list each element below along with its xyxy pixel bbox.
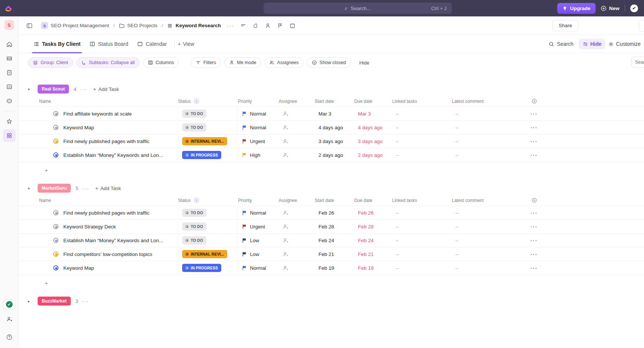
task-start-date[interactable]: Feb 28 (315, 224, 354, 230)
tab-tasks-by-client[interactable]: Tasks By Client (29, 35, 85, 53)
app-status-button[interactable]: ✔ (3, 300, 16, 309)
column-header-start-date[interactable]: Start date (315, 99, 354, 104)
task-comment[interactable]: – (452, 125, 526, 130)
task-linked[interactable]: – (392, 238, 452, 243)
task-status-ring-icon[interactable] (53, 152, 58, 158)
group-add-task-inline[interactable]: +Add Task (95, 186, 121, 191)
assignee-cell[interactable] (279, 224, 315, 230)
task-start-date[interactable]: Feb 26 (315, 210, 354, 216)
help-button[interactable] (3, 331, 16, 344)
hide-button[interactable]: Hide (579, 39, 605, 49)
task-row-menu[interactable]: ··· (526, 210, 542, 216)
task-status-ring-icon[interactable] (53, 238, 58, 243)
assignee-cell[interactable] (279, 152, 315, 158)
task-name[interactable]: Find affiliate keywords at scale (63, 111, 132, 117)
column-header-latest-comment[interactable]: Latest comment (452, 198, 526, 203)
assignee-cell[interactable] (279, 111, 315, 117)
breadcrumb-list[interactable]: Keyword Research (167, 23, 221, 29)
task-comment[interactable]: – (452, 224, 526, 230)
task-row[interactable]: Keyword Map IN PROGRESS Normal Feb 19 Fe… (19, 261, 644, 275)
task-row-menu[interactable]: ··· (526, 111, 542, 117)
column-header-priority[interactable]: Priority (238, 99, 279, 104)
automation-icon[interactable] (253, 23, 258, 29)
task-row[interactable]: Keyword Strategy Deck TO DO Urgent Feb 2… (19, 220, 644, 234)
description-icon[interactable] (240, 23, 246, 29)
assignee-icon[interactable] (265, 23, 271, 29)
group-add-task-inline[interactable]: +Add Task (93, 86, 119, 92)
task-due-date[interactable]: Feb 24 (354, 238, 392, 243)
sidebar-item-spaces[interactable] (3, 129, 16, 142)
workspace-avatar[interactable]: S (4, 20, 14, 30)
task-linked[interactable]: – (392, 210, 452, 216)
task-due-date[interactable]: Feb 21 (354, 251, 392, 257)
group-collapse-toggle[interactable]: ▾ (28, 87, 34, 91)
assignee-cell[interactable] (279, 251, 315, 257)
task-row-menu[interactable]: ··· (526, 139, 542, 144)
column-header-due-date[interactable]: Due date (354, 99, 392, 104)
task-linked[interactable]: – (392, 152, 452, 158)
status-pill[interactable]: IN PROGRESS (182, 264, 221, 272)
group-badge[interactable]: Real Scout (38, 85, 69, 94)
task-linked[interactable]: – (392, 251, 452, 257)
show-closed-button[interactable]: Show closed (307, 57, 351, 68)
task-row-menu[interactable]: ··· (526, 238, 542, 243)
status-pill[interactable]: TO DO (182, 209, 206, 217)
new-button[interactable]: New (601, 6, 619, 11)
view-search-button[interactable]: Search (549, 41, 573, 47)
task-start-date[interactable]: Feb 19 (315, 265, 354, 271)
sidebar-item-home[interactable] (3, 38, 16, 51)
clipped-button[interactable] (639, 20, 644, 32)
customize-button[interactable]: Customize (608, 41, 644, 47)
breadcrumb-folder[interactable]: SEO Projects (119, 23, 158, 29)
task-due-date[interactable]: 2 days ago (354, 152, 392, 158)
task-linked[interactable]: – (392, 125, 452, 130)
task-row[interactable]: Establish Main “Money” Keywords and Lon.… (19, 234, 644, 247)
me-mode-button[interactable]: Me mode (224, 57, 261, 68)
task-row-menu[interactable]: ··· (526, 265, 542, 271)
column-header-latest-comment[interactable]: Latest comment (452, 99, 526, 104)
column-header-linked-tasks[interactable]: Linked tasks (392, 198, 452, 203)
group-menu[interactable]: ··· (82, 186, 89, 191)
task-name[interactable]: Find newly published pages with traffic (63, 139, 149, 144)
assignee-cell[interactable] (279, 124, 315, 131)
add-task-row[interactable]: + (19, 162, 644, 178)
task-due-date[interactable]: 4 days ago (354, 125, 392, 130)
column-header-assignee[interactable]: Assignee (279, 99, 315, 104)
group-menu[interactable]: ··· (80, 86, 87, 92)
toolbar-hide-button[interactable]: Hide (359, 60, 369, 66)
task-comment[interactable]: – (452, 139, 526, 144)
priority-cell[interactable]: Normal (238, 210, 279, 216)
status-pill[interactable]: INTERNAL REVI... (182, 250, 227, 258)
task-row[interactable]: Find affiliate keywords at scale TO DO N… (19, 107, 644, 121)
task-name[interactable]: Find competitors’ low-competition topics (63, 251, 152, 257)
status-pill[interactable]: TO DO (182, 236, 206, 244)
task-due-date[interactable]: Feb 26 (354, 210, 392, 216)
add-column-button[interactable] (526, 98, 542, 104)
status-pill[interactable]: TO DO (182, 123, 206, 132)
sort-ascending-icon[interactable]: ↑ (193, 98, 200, 104)
task-due-date[interactable]: Feb 28 (354, 224, 392, 230)
task-comment[interactable]: – (452, 111, 526, 117)
column-header-name[interactable]: Name (39, 99, 178, 104)
task-status-ring-icon[interactable] (53, 111, 58, 116)
priority-cell[interactable]: Normal (238, 265, 279, 271)
group-menu[interactable]: ··· (82, 298, 89, 304)
status-pill[interactable]: TO DO (182, 110, 206, 118)
subtasks-button[interactable]: Subtasks: Collapse all (76, 57, 140, 68)
status-pill[interactable]: TO DO (182, 222, 206, 231)
task-row[interactable]: Find newly published pages with traffic … (19, 206, 644, 220)
task-linked[interactable]: – (392, 224, 452, 230)
upgrade-button[interactable]: Upgrade (557, 3, 596, 14)
tab-calendar[interactable]: Calendar (133, 35, 171, 53)
sidebar-item-docs[interactable] (3, 66, 16, 79)
task-row[interactable]: Keyword Map TO DO Normal 4 days ago 4 da… (19, 121, 644, 135)
sort-ascending-icon[interactable]: ↑ (193, 197, 200, 203)
task-status-ring-icon[interactable] (53, 139, 58, 144)
group-collapse-toggle[interactable]: ▾ (28, 186, 34, 190)
flag-icon[interactable] (277, 23, 283, 29)
task-linked[interactable]: – (392, 111, 452, 117)
task-comment[interactable]: – (452, 251, 526, 257)
task-due-date[interactable]: 3 days ago (354, 139, 392, 144)
sidebar-item-inbox[interactable] (3, 52, 16, 65)
share-button[interactable]: Share (552, 20, 578, 31)
